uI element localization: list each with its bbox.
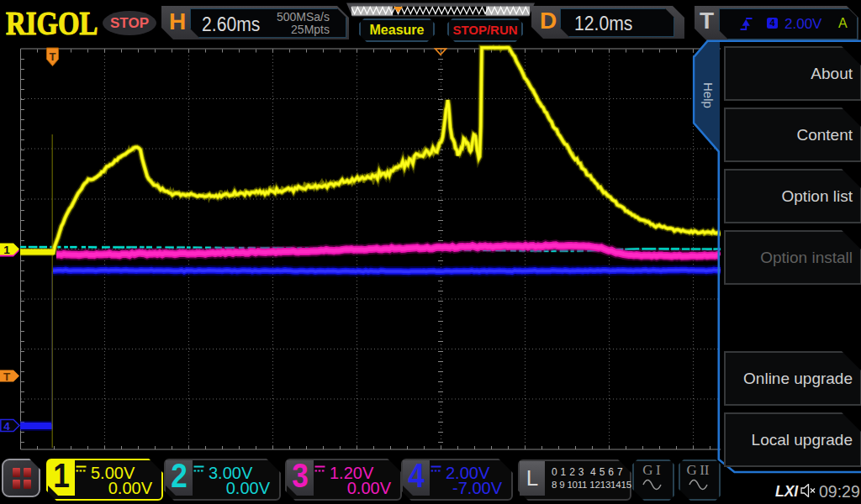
svg-text:1: 1 bbox=[3, 244, 10, 256]
svg-text:4: 4 bbox=[3, 420, 10, 433]
svg-text:T: T bbox=[50, 50, 56, 63]
svg-text:T: T bbox=[3, 370, 11, 383]
